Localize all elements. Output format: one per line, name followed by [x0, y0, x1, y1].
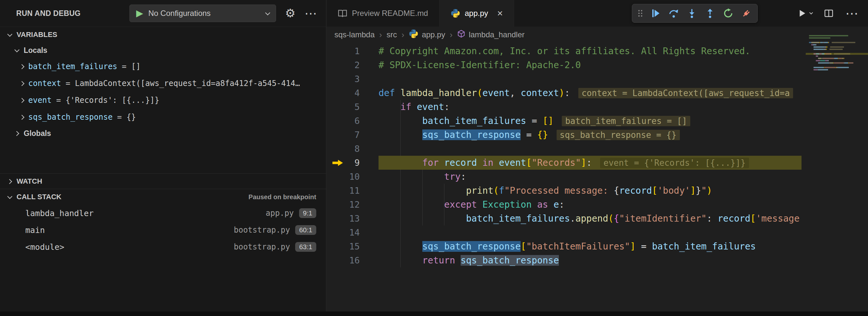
step-into-icon	[687, 8, 697, 19]
step-over-button[interactable]	[665, 5, 682, 22]
variable-row[interactable]: context= LambdaContext([aws_request_id=a…	[0, 75, 326, 92]
line-number[interactable]: 4	[327, 88, 378, 98]
code-text: except Exception as e:	[378, 199, 564, 210]
line-number[interactable]: 5	[327, 102, 378, 112]
code-line[interactable]: 15 sqs_batch_response["batchItemFailures…	[327, 240, 806, 253]
code-line[interactable]: 8	[327, 142, 806, 156]
frame-file: bootstrap.py	[234, 242, 290, 251]
chevron-right-icon: ›	[450, 30, 453, 40]
call-stack-header[interactable]: CALL STACK Paused on breakpoint	[0, 189, 326, 205]
stack-frame[interactable]: mainbootstrap.py60:1	[0, 222, 326, 239]
chevron-right-icon	[20, 81, 25, 86]
variables-section: VARIABLES Localsbatch_item_failures= []c…	[0, 27, 326, 141]
minimap-line	[826, 49, 827, 50]
code-line[interactable]: 7 sqs_batch_response = {}sqs_batch_respo…	[327, 128, 806, 142]
gear-icon[interactable]: ⚙	[285, 7, 296, 19]
line-number[interactable]: 8	[327, 144, 378, 154]
code-line[interactable]: 9 for record in event["Records"]:event =…	[327, 156, 806, 170]
code-text: try:	[378, 171, 466, 182]
minimap[interactable]	[806, 27, 868, 312]
line-number[interactable]: 7	[327, 130, 378, 140]
minimap-line	[816, 53, 819, 55]
line-number[interactable]: 3	[327, 74, 378, 84]
code-line[interactable]: 12 except Exception as e:	[327, 197, 806, 212]
code-line[interactable]: 5 if event:	[327, 100, 806, 114]
split-editor-button[interactable]	[824, 8, 834, 18]
minimap-line	[820, 42, 823, 43]
line-column-badge: 60:1	[295, 225, 316, 235]
line-number[interactable]: 13	[327, 214, 378, 224]
variables-header-label: VARIABLES	[17, 31, 57, 39]
run-button[interactable]	[797, 8, 812, 18]
code-line[interactable]: 10 try:	[327, 170, 806, 184]
chevron-right-icon: ›	[402, 30, 404, 40]
code-line[interactable]: 4def lambda_handler(event, context):cont…	[327, 86, 806, 100]
breadcrumb-item[interactable]: sqs-lambda	[334, 30, 375, 39]
variable-value: = {'Records': [{...}]}	[56, 96, 159, 105]
tab-app-py[interactable]: app.py×	[439, 0, 515, 27]
stack-frame[interactable]: <module>bootstrap.py63:1	[0, 239, 326, 255]
debug-config-dropdown[interactable]: ▶ No Configurations	[129, 4, 276, 22]
restart-button[interactable]	[720, 5, 737, 22]
code-line[interactable]: 6 batch_item_failures = []batch_item_fai…	[327, 114, 806, 128]
breadcrumb-item[interactable]: app.py	[409, 29, 445, 40]
code-line[interactable]: 14	[327, 225, 806, 240]
line-number[interactable]: 2	[327, 60, 378, 70]
more-actions-icon[interactable]: ⋯	[305, 7, 317, 20]
start-debug-icon[interactable]: ▶	[136, 9, 143, 18]
code-line[interactable]: 11 print(f"Processed message: {record['b…	[327, 184, 806, 197]
minimap-line	[845, 62, 848, 64]
minimap-line	[826, 46, 828, 48]
variable-name: context	[28, 79, 61, 88]
breadcrumb-item[interactable]: lambda_handler	[457, 30, 525, 40]
disconnect-button[interactable]	[738, 5, 755, 22]
line-number[interactable]: 6	[327, 116, 378, 126]
minimap-line	[813, 49, 824, 50]
variable-value: = []	[122, 62, 141, 71]
chevron-down-icon	[809, 11, 813, 14]
frame-file: bootstrap.py	[234, 225, 290, 234]
step-into-button[interactable]	[683, 5, 700, 22]
line-number[interactable]: 1	[327, 46, 378, 56]
close-icon[interactable]: ×	[497, 8, 503, 18]
line-number[interactable]: 16	[327, 255, 378, 265]
tab-preview-readme-md[interactable]: Preview README.md	[327, 0, 439, 27]
code-line[interactable]: 2# SPDX-License-Identifier: Apache-2.0	[327, 58, 806, 72]
scope-globals[interactable]: Globals	[0, 126, 326, 141]
minimap-line	[820, 60, 825, 61]
watch-header[interactable]: WATCH	[0, 173, 326, 189]
minimap-line	[813, 44, 816, 45]
variable-row[interactable]: sqs_batch_response= {}	[0, 109, 326, 126]
minimap-line	[829, 42, 829, 43]
line-number[interactable]: 10	[327, 171, 378, 182]
line-number[interactable]: 14	[327, 227, 378, 238]
minimap-line	[825, 53, 830, 55]
step-out-button[interactable]	[702, 5, 718, 22]
line-number[interactable]: 11	[327, 186, 378, 196]
chevron-down-icon	[265, 10, 270, 15]
drag-handle[interactable]	[635, 5, 646, 22]
paused-status: Paused on breakpoint	[248, 193, 326, 201]
more-actions-icon[interactable]: ⋯	[845, 7, 858, 20]
frame-name: <module>	[25, 242, 64, 252]
continue-button[interactable]	[647, 5, 664, 22]
minimap-line	[816, 44, 816, 45]
line-number[interactable]: 15	[327, 242, 378, 251]
scope-locals[interactable]: Locals	[0, 42, 326, 58]
code-line[interactable]: 13 batch_item_failures.append({"itemIden…	[327, 212, 806, 225]
breadcrumb-item[interactable]: src	[386, 30, 397, 39]
code-line[interactable]: 3	[327, 72, 806, 86]
variable-row[interactable]: batch_item_failures= []	[0, 58, 326, 75]
variables-header[interactable]: VARIABLES	[0, 27, 326, 42]
step-over-icon	[669, 8, 679, 19]
panel-title: RUN AND DEBUG	[16, 9, 81, 18]
line-number[interactable]: 12	[327, 199, 378, 210]
code-editor[interactable]: 1# Copyright Amazon.com, Inc. or its aff…	[327, 43, 806, 312]
tab-label: Preview README.md	[352, 9, 428, 18]
code-line[interactable]: 16 return sqs_batch_response	[327, 253, 806, 267]
code-line[interactable]: 1# Copyright Amazon.com, Inc. or its aff…	[327, 44, 806, 58]
variable-row[interactable]: event= {'Records': [{...}]}	[0, 92, 326, 109]
frame-name: main	[25, 225, 45, 235]
minimap-line	[849, 62, 854, 64]
stack-frame[interactable]: lambda_handlerapp.py9:1	[0, 205, 326, 222]
